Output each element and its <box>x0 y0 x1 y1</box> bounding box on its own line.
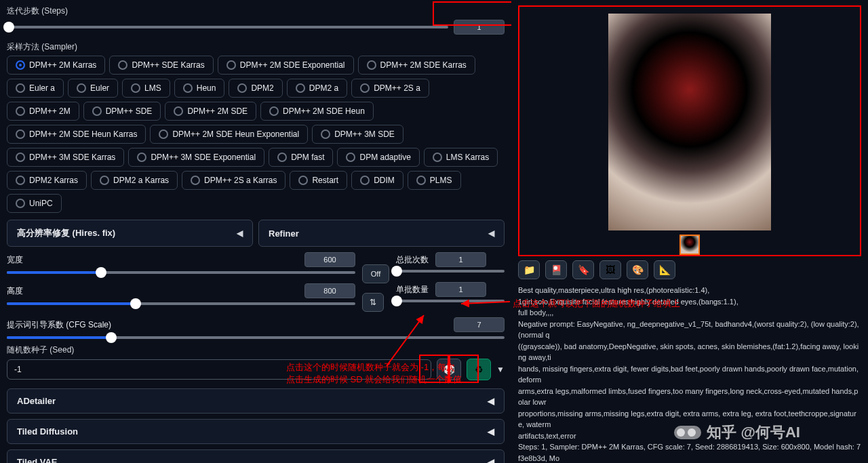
width-input[interactable] <box>304 252 355 267</box>
hires-off-button[interactable]: Off <box>362 264 389 283</box>
seed-input[interactable] <box>7 359 431 380</box>
radio-icon <box>16 176 25 185</box>
sampler-option-label: DPM fast <box>291 153 324 162</box>
sampler-option-label: DPM++ 2M Karras <box>29 60 96 70</box>
triangle-left-icon: ◀ <box>488 396 494 406</box>
sampler-option[interactable]: Heun <box>174 79 225 98</box>
sampler-option-label: PLMS <box>430 176 452 185</box>
sampler-option[interactable]: DPM++ 3M SDE <box>312 125 403 144</box>
refiner-collapse[interactable]: Refiner ◀ <box>258 220 505 247</box>
sampler-option[interactable]: DPM++ 3M SDE Exponential <box>128 148 264 167</box>
width-label: 宽度 <box>7 254 45 266</box>
sampler-option[interactable]: DDIM <box>351 171 403 190</box>
sampler-option-label: DPM++ 2M SDE Heun Exponential <box>172 129 299 139</box>
sampler-option[interactable]: DPM2 <box>229 79 282 98</box>
action-button-3[interactable]: 🖼 <box>599 260 621 279</box>
sampler-option[interactable]: DPM++ 2M SDE Heun Exponential <box>150 125 308 144</box>
sampler-option[interactable]: DPM++ 2M SDE Karras <box>358 56 475 75</box>
sampler-option-label: DPM2 Karras <box>29 176 78 185</box>
sampler-option-label: DPM adaptive <box>359 153 410 162</box>
action-button-1[interactable]: 🎴 <box>545 260 567 279</box>
sampler-option[interactable]: DPM++ 3M SDE Karras <box>7 148 124 167</box>
radio-icon <box>137 153 146 162</box>
sampler-option[interactable]: DPM2 Karras <box>7 171 87 190</box>
sampler-option-label: DPM2 a Karras <box>113 176 169 185</box>
watermark: 知乎 @何号AI <box>674 422 800 443</box>
action-icon: 🔖 <box>578 264 589 275</box>
accordion-label: ADetailer <box>17 396 56 406</box>
sampler-option[interactable]: DPM++ 2S a <box>351 79 429 98</box>
sampler-option-label: DPM++ SDE Karras <box>132 60 204 70</box>
sampler-option-label: DPM++ 2M SDE Exponential <box>240 60 345 70</box>
sampler-option-label: DPM++ 3M SDE <box>334 129 395 139</box>
seed-reuse-button[interactable]: ♻ <box>467 359 491 380</box>
radio-icon <box>360 83 370 93</box>
sampler-option[interactable]: DPM++ 2M SDE Exponential <box>218 56 354 75</box>
cfg-label: 提示词引导系数 (CFG Scale) <box>7 319 448 331</box>
cfg-slider[interactable] <box>7 336 505 339</box>
batch-size-input[interactable] <box>435 282 486 297</box>
action-button-5[interactable]: 📐 <box>654 260 675 279</box>
sampler-option[interactable]: DPM++ SDE <box>83 102 161 121</box>
swap-dimensions-button[interactable]: ⇅ <box>362 293 384 312</box>
sampler-option-label: Heun <box>197 83 216 93</box>
radio-icon <box>346 153 355 162</box>
batch-count-slider[interactable] <box>396 270 505 273</box>
action-icon: 🖼 <box>606 264 615 275</box>
radio-icon <box>16 199 25 208</box>
accordion-tiled-diffusion[interactable]: Tiled Diffusion◀ <box>7 419 505 444</box>
action-button-2[interactable]: 🔖 <box>572 260 594 279</box>
sampler-option[interactable]: LMS Karras <box>424 148 498 167</box>
sampler-radio-group: DPM++ 2M KarrasDPM++ SDE KarrasDPM++ 2M … <box>7 56 505 213</box>
sampler-option-label: DPM++ 2M SDE <box>187 106 248 116</box>
width-slider[interactable] <box>7 271 355 274</box>
radio-icon <box>159 129 168 139</box>
sampler-option-label: LMS Karras <box>446 153 489 162</box>
seed-randomize-button[interactable]: 🎲 <box>437 359 461 380</box>
cfg-input[interactable] <box>454 317 505 332</box>
sampler-option[interactable]: DPM++ 2M SDE Heun Karras <box>7 125 146 144</box>
sampler-option-label: DPM++ 2S a Karras <box>204 176 277 185</box>
triangle-left-icon: ◀ <box>488 228 494 238</box>
sampler-option-label: DPM++ 3M SDE Exponential <box>151 153 256 162</box>
radio-icon <box>296 83 305 93</box>
batch-count-input[interactable] <box>435 252 486 267</box>
action-button-0[interactable]: 📁 <box>518 260 540 279</box>
sampler-option[interactable]: LMS <box>122 79 170 98</box>
height-slider[interactable] <box>7 302 355 305</box>
sampler-option[interactable]: DPM++ 2M Karras <box>7 56 105 75</box>
sampler-option[interactable]: DPM++ 2S a Karras <box>182 171 285 190</box>
sampler-option[interactable]: DPM++ SDE Karras <box>109 56 213 75</box>
sampler-option-label: DDIM <box>374 176 395 185</box>
hires-collapse[interactable]: 高分辨率修复 (Hires. fix) ◀ <box>7 220 253 247</box>
sampler-label: 采样方法 (Sampler) <box>7 41 505 53</box>
sampler-option[interactable]: DPM2 a Karras <box>91 171 178 190</box>
generated-image[interactable] <box>608 14 771 230</box>
sampler-option[interactable]: PLMS <box>408 171 461 190</box>
sampler-option-label: DPM++ 3M SDE Karras <box>29 153 115 162</box>
sampler-option[interactable]: DPM++ 2M SDE <box>165 102 256 121</box>
height-input[interactable] <box>304 283 355 298</box>
accordion-tiled-vae[interactable]: Tiled VAE◀ <box>7 449 505 463</box>
steps-slider[interactable] <box>7 26 448 28</box>
triangle-left-icon: ◀ <box>237 228 243 238</box>
radio-icon <box>16 153 25 162</box>
thumbnail[interactable] <box>679 235 700 255</box>
sampler-option[interactable]: DPM++ 2M <box>7 102 79 121</box>
action-button-4[interactable]: 🎨 <box>627 260 648 279</box>
steps-input[interactable] <box>454 20 505 35</box>
accordion-adetailer[interactable]: ADetailer◀ <box>7 388 505 414</box>
sampler-option[interactable]: Restart <box>290 171 347 190</box>
action-icon: 🎴 <box>551 264 562 275</box>
seed-extras-toggle[interactable]: ▼ <box>496 365 505 374</box>
sampler-option[interactable]: DPM adaptive <box>337 148 419 167</box>
sampler-option[interactable]: UniPC <box>7 194 62 213</box>
sampler-option-label: Restart <box>312 176 338 185</box>
batch-size-slider[interactable] <box>396 300 505 302</box>
sampler-option[interactable]: DPM fast <box>269 148 333 167</box>
sampler-option[interactable]: Euler <box>68 79 118 98</box>
preview-area <box>518 5 861 256</box>
sampler-option[interactable]: DPM++ 2M SDE Heun <box>260 102 374 121</box>
sampler-option[interactable]: Euler a <box>7 79 64 98</box>
sampler-option[interactable]: DPM2 a <box>287 79 347 98</box>
